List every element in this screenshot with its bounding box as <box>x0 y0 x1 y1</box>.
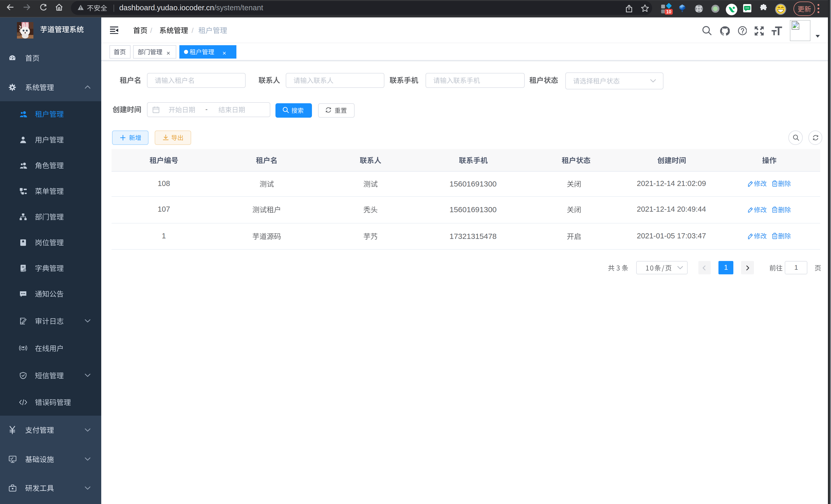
svg-text:10: 10 <box>666 9 671 14</box>
